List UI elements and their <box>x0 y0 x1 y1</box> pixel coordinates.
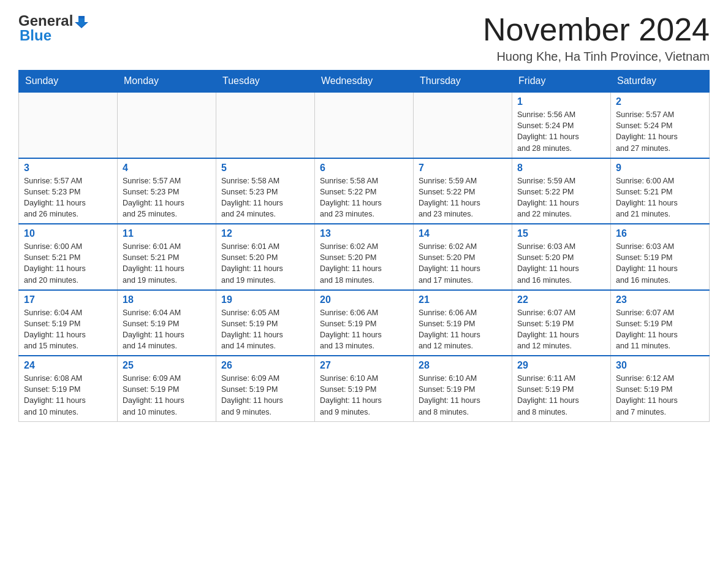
svg-marker-1 <box>76 18 87 27</box>
calendar-cell: 3Sunrise: 5:57 AMSunset: 5:23 PMDaylight… <box>19 158 118 224</box>
day-info: Sunrise: 6:09 AMSunset: 5:19 PMDaylight:… <box>221 373 309 418</box>
weekday-header-wednesday: Wednesday <box>315 71 414 93</box>
calendar-cell: 21Sunrise: 6:06 AMSunset: 5:19 PMDayligh… <box>414 290 512 356</box>
subtitle: Huong Khe, Ha Tinh Province, Vietnam <box>483 50 710 64</box>
day-number: 30 <box>616 360 704 371</box>
calendar-cell: 13Sunrise: 6:02 AMSunset: 5:20 PMDayligh… <box>315 224 414 290</box>
calendar-cell <box>414 92 512 158</box>
day-info: Sunrise: 6:06 AMSunset: 5:19 PMDaylight:… <box>419 307 507 352</box>
day-number: 29 <box>517 360 605 371</box>
day-info: Sunrise: 6:08 AMSunset: 5:19 PMDaylight:… <box>24 373 112 418</box>
calendar-cell: 14Sunrise: 6:02 AMSunset: 5:20 PMDayligh… <box>414 224 512 290</box>
week-row-3: 10Sunrise: 6:00 AMSunset: 5:21 PMDayligh… <box>19 224 710 290</box>
calendar-cell: 30Sunrise: 6:12 AMSunset: 5:19 PMDayligh… <box>611 356 710 421</box>
day-info: Sunrise: 6:02 AMSunset: 5:20 PMDaylight:… <box>419 241 507 286</box>
calendar-cell: 25Sunrise: 6:09 AMSunset: 5:19 PMDayligh… <box>118 356 216 421</box>
day-number: 28 <box>419 360 507 371</box>
day-number: 18 <box>123 294 211 305</box>
calendar-cell <box>118 92 216 158</box>
calendar-cell: 17Sunrise: 6:04 AMSunset: 5:19 PMDayligh… <box>19 290 118 356</box>
day-number: 3 <box>24 163 112 174</box>
title-area: November 2024 Huong Khe, Ha Tinh Provinc… <box>483 12 710 64</box>
day-number: 15 <box>517 228 605 239</box>
calendar-cell <box>315 92 414 158</box>
weekday-header-saturday: Saturday <box>611 71 710 93</box>
week-row-1: 1Sunrise: 5:56 AMSunset: 5:24 PMDaylight… <box>19 92 710 158</box>
day-number: 5 <box>221 163 309 174</box>
calendar-cell: 24Sunrise: 6:08 AMSunset: 5:19 PMDayligh… <box>19 356 118 421</box>
day-number: 26 <box>221 360 309 371</box>
day-info: Sunrise: 6:11 AMSunset: 5:19 PMDaylight:… <box>517 373 605 418</box>
calendar-cell: 8Sunrise: 5:59 AMSunset: 5:22 PMDaylight… <box>512 158 611 224</box>
day-number: 13 <box>320 228 408 239</box>
calendar-cell: 9Sunrise: 6:00 AMSunset: 5:21 PMDaylight… <box>611 158 710 224</box>
calendar-cell: 26Sunrise: 6:09 AMSunset: 5:19 PMDayligh… <box>216 356 315 421</box>
calendar-cell: 12Sunrise: 6:01 AMSunset: 5:20 PMDayligh… <box>216 224 315 290</box>
header: General Blue November 2024 Huong Khe, Ha… <box>18 12 710 64</box>
logo-blue-text: Blue <box>20 27 51 44</box>
day-info: Sunrise: 6:09 AMSunset: 5:19 PMDaylight:… <box>123 373 211 418</box>
day-info: Sunrise: 6:01 AMSunset: 5:20 PMDaylight:… <box>221 241 309 286</box>
logo-arrows <box>75 15 88 28</box>
day-info: Sunrise: 5:57 AMSunset: 5:23 PMDaylight:… <box>24 175 112 220</box>
day-info: Sunrise: 6:10 AMSunset: 5:19 PMDaylight:… <box>320 373 408 418</box>
day-info: Sunrise: 6:04 AMSunset: 5:19 PMDaylight:… <box>24 307 112 352</box>
day-info: Sunrise: 5:59 AMSunset: 5:22 PMDaylight:… <box>419 175 507 220</box>
day-info: Sunrise: 6:07 AMSunset: 5:19 PMDaylight:… <box>616 307 704 352</box>
week-row-2: 3Sunrise: 5:57 AMSunset: 5:23 PMDaylight… <box>19 158 710 224</box>
day-info: Sunrise: 6:10 AMSunset: 5:19 PMDaylight:… <box>419 373 507 418</box>
day-info: Sunrise: 6:12 AMSunset: 5:19 PMDaylight:… <box>616 373 704 418</box>
calendar-cell: 10Sunrise: 6:00 AMSunset: 5:21 PMDayligh… <box>19 224 118 290</box>
day-info: Sunrise: 5:58 AMSunset: 5:23 PMDaylight:… <box>221 175 309 220</box>
day-number: 23 <box>616 294 704 305</box>
day-number: 21 <box>419 294 507 305</box>
calendar-cell: 23Sunrise: 6:07 AMSunset: 5:19 PMDayligh… <box>611 290 710 356</box>
calendar-cell: 16Sunrise: 6:03 AMSunset: 5:19 PMDayligh… <box>611 224 710 290</box>
day-info: Sunrise: 6:02 AMSunset: 5:20 PMDaylight:… <box>320 241 408 286</box>
week-row-5: 24Sunrise: 6:08 AMSunset: 5:19 PMDayligh… <box>19 356 710 421</box>
calendar-cell <box>216 92 315 158</box>
calendar-cell: 5Sunrise: 5:58 AMSunset: 5:23 PMDaylight… <box>216 158 315 224</box>
day-number: 10 <box>24 228 112 239</box>
weekday-header-thursday: Thursday <box>414 71 512 93</box>
weekday-header-monday: Monday <box>118 71 216 93</box>
day-number: 1 <box>517 96 605 107</box>
calendar-cell: 27Sunrise: 6:10 AMSunset: 5:19 PMDayligh… <box>315 356 414 421</box>
day-info: Sunrise: 6:07 AMSunset: 5:19 PMDaylight:… <box>517 307 605 352</box>
day-info: Sunrise: 5:57 AMSunset: 5:23 PMDaylight:… <box>123 175 211 220</box>
day-number: 11 <box>123 228 211 239</box>
day-number: 6 <box>320 163 408 174</box>
day-info: Sunrise: 5:59 AMSunset: 5:22 PMDaylight:… <box>517 175 605 220</box>
day-number: 12 <box>221 228 309 239</box>
calendar-cell: 15Sunrise: 6:03 AMSunset: 5:20 PMDayligh… <box>512 224 611 290</box>
day-number: 22 <box>517 294 605 305</box>
calendar-cell: 18Sunrise: 6:04 AMSunset: 5:19 PMDayligh… <box>118 290 216 356</box>
day-number: 7 <box>419 163 507 174</box>
calendar-cell: 28Sunrise: 6:10 AMSunset: 5:19 PMDayligh… <box>414 356 512 421</box>
calendar-cell: 22Sunrise: 6:07 AMSunset: 5:19 PMDayligh… <box>512 290 611 356</box>
calendar-cell: 2Sunrise: 5:57 AMSunset: 5:24 PMDaylight… <box>611 92 710 158</box>
day-info: Sunrise: 6:06 AMSunset: 5:19 PMDaylight:… <box>320 307 408 352</box>
calendar-cell: 19Sunrise: 6:05 AMSunset: 5:19 PMDayligh… <box>216 290 315 356</box>
day-info: Sunrise: 6:03 AMSunset: 5:19 PMDaylight:… <box>616 241 704 286</box>
month-title: November 2024 <box>483 12 710 47</box>
week-row-4: 17Sunrise: 6:04 AMSunset: 5:19 PMDayligh… <box>19 290 710 356</box>
calendar-cell: 29Sunrise: 6:11 AMSunset: 5:19 PMDayligh… <box>512 356 611 421</box>
day-info: Sunrise: 5:56 AMSunset: 5:24 PMDaylight:… <box>517 109 605 154</box>
weekday-header-friday: Friday <box>512 71 611 93</box>
day-info: Sunrise: 6:00 AMSunset: 5:21 PMDaylight:… <box>24 241 112 286</box>
weekday-header-tuesday: Tuesday <box>216 71 315 93</box>
logo: General Blue <box>18 12 88 44</box>
day-number: 20 <box>320 294 408 305</box>
day-number: 25 <box>123 360 211 371</box>
day-number: 27 <box>320 360 408 371</box>
weekday-header-sunday: Sunday <box>19 71 118 93</box>
calendar: SundayMondayTuesdayWednesdayThursdayFrid… <box>18 70 710 422</box>
day-number: 4 <box>123 163 211 174</box>
day-number: 17 <box>24 294 112 305</box>
day-info: Sunrise: 6:04 AMSunset: 5:19 PMDaylight:… <box>123 307 211 352</box>
day-info: Sunrise: 6:05 AMSunset: 5:19 PMDaylight:… <box>221 307 309 352</box>
day-info: Sunrise: 5:58 AMSunset: 5:22 PMDaylight:… <box>320 175 408 220</box>
day-number: 19 <box>221 294 309 305</box>
calendar-cell: 11Sunrise: 6:01 AMSunset: 5:21 PMDayligh… <box>118 224 216 290</box>
